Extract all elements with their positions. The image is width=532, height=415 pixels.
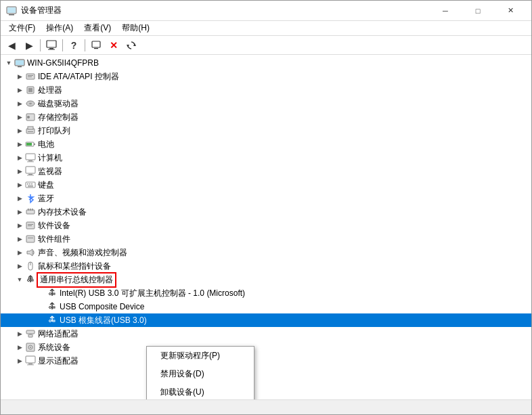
system-expand[interactable]: ▶ [14,342,25,353]
svg-rect-67 [27,365,34,366]
device-tree[interactable]: ▼ WIN-GK5II4QFPRB ▶ IDE ATA/ATAPI 控制器 [1,55,531,399]
context-uninstall[interactable]: 卸载设备(U) [147,383,254,399]
tree-node-battery[interactable]: ▶ 电池 [1,137,531,151]
tree-root[interactable]: ▼ WIN-GK5II4QFPRB [1,56,531,70]
svg-rect-40 [28,209,29,211]
print-label: 打印队列 [38,125,70,137]
display-expand[interactable]: ▶ [14,355,25,366]
svg-marker-48 [27,249,32,256]
svg-rect-44 [28,224,33,225]
svg-rect-60 [26,330,35,334]
menu-help[interactable]: 帮助(H) [116,21,155,35]
computer-expand[interactable]: ▶ [14,152,25,163]
svg-rect-38 [28,185,33,187]
battery-expand[interactable]: ▶ [14,139,25,150]
tree-node-cpu[interactable]: ▶ 处理器 [1,83,531,97]
tree-node-softcomp[interactable]: ▶ 软件组件 [1,232,531,246]
monitor-expand[interactable]: ▶ [14,166,25,177]
statusbar [1,399,531,414]
tree-node-sound[interactable]: ▶ 声音、视频和游戏控制器 [1,246,531,259]
display-icon [25,355,36,366]
help-button[interactable]: ? [66,38,82,53]
svg-rect-35 [27,183,28,185]
back-button[interactable]: ◀ [3,38,20,53]
cpu-expand[interactable]: ▶ [14,85,25,95]
usb-ctrl-icon [25,274,36,285]
computer-button[interactable] [43,38,60,53]
tree-node-keyboard[interactable]: ▶ 键盘 [1,178,531,192]
svg-rect-2 [7,7,16,13]
svg-rect-32 [28,174,32,175]
tree-node-mouse[interactable]: ▶ 鼠标和某些指针设备 [1,259,531,273]
memory-label: 内存技术设备 [38,206,87,218]
disk-expand[interactable]: ▶ [14,98,25,109]
error-button[interactable]: ✕ [106,38,122,53]
svg-rect-27 [26,143,32,146]
toolbar-sep-1 [40,39,41,51]
tree-node-system[interactable]: ▶ 系统设备 [1,341,531,354]
minimize-button[interactable]: ─ [430,1,461,21]
tree-node-display[interactable]: ▶ 显示适配器 [1,354,531,368]
svg-rect-11 [18,66,22,67]
svg-rect-26 [34,144,35,145]
software-expand[interactable]: ▶ [14,220,25,231]
menu-view[interactable]: 查看(V) [79,21,116,35]
tree-node-computer[interactable]: ▶ 计算机 [1,151,531,165]
tree-node-ide[interactable]: ▶ IDE ATA/ATAPI 控制器 [1,70,531,83]
svg-rect-7 [94,48,98,49]
tree-node-intel-usb[interactable]: ▶ Intel(R) USB 3.0 可扩展主机控制器 - 1.0 (Micro… [1,286,531,300]
titlebar: 设备管理器 ─ □ ✕ [1,1,531,21]
usb-ctrl-label: 通用串行总线控制器 [38,274,115,286]
svg-rect-29 [28,160,32,161]
forward-button[interactable]: ▶ [21,38,37,53]
tree-node-usb-ctrl[interactable]: ▼ 通用串行总线控制器 [1,273,531,286]
tree-node-monitor[interactable]: ▶ 监视器 [1,165,531,178]
tree-node-network[interactable]: ▶ 网络适配器 [1,327,531,341]
mouse-expand[interactable]: ▶ [14,261,25,271]
battery-label: 电池 [38,139,54,150]
usb-ctrl-expand[interactable]: ▼ [14,274,25,285]
tree-node-print[interactable]: ▶ 打印队列 [1,124,531,137]
usb-composite-label: USB Composite Device [60,302,144,311]
storage-expand[interactable]: ▶ [14,112,25,123]
tree-node-usb-hub[interactable]: ▶ USB 根集线器(USB 3.0) [1,313,531,327]
usb-hub-icon [47,315,58,326]
refresh-button[interactable] [123,38,139,53]
cpu-label: 处理器 [38,85,62,96]
tree-node-usb-composite[interactable]: ▶ USB Composite Device [1,300,531,313]
maximize-button[interactable]: □ [462,1,493,21]
tree-node-disk[interactable]: ▶ 磁盘驱动器 [1,97,531,110]
memory-expand[interactable]: ▶ [14,206,25,217]
softcomp-expand[interactable]: ▶ [14,234,25,244]
tree-node-storage[interactable]: ▶ 存储控制器 [1,110,531,124]
keyboard-expand[interactable]: ▶ [14,179,25,190]
sound-expand[interactable]: ▶ [14,247,25,258]
mouse-label: 鼠标和某些指针设备 [38,261,111,272]
context-disable[interactable]: 禁用设备(D) [147,365,254,383]
svg-rect-65 [26,356,35,363]
sound-icon [25,247,36,258]
svg-rect-46 [26,236,35,242]
bluetooth-expand[interactable]: ▶ [14,193,25,204]
context-update[interactable]: 更新驱动程序(P) [147,347,254,365]
root-label: WIN-GK5II4QFPRB [27,58,99,68]
root-expand[interactable]: ▼ [3,58,14,68]
intel-usb-icon [47,288,58,299]
print-expand[interactable]: ▶ [14,125,25,136]
network-expand[interactable]: ▶ [14,328,25,339]
svg-rect-12 [16,60,24,65]
menu-file[interactable]: 文件(F) [3,21,41,35]
svg-rect-5 [48,49,55,49]
close-button[interactable]: ✕ [495,1,526,21]
print-icon [25,125,36,136]
ide-expand[interactable]: ▶ [14,71,25,82]
tree-node-software[interactable]: ▶ 软件设备 [1,219,531,232]
svg-rect-31 [26,167,35,173]
svg-rect-52 [31,280,33,281]
tree-node-memory[interactable]: ▶ 内存技术设备 [1,205,531,219]
usb-composite-icon [47,301,58,312]
tree-node-bluetooth[interactable]: ▶ 蓝牙 [1,192,531,205]
monitor-button[interactable] [88,38,104,53]
menu-action[interactable]: 操作(A) [41,21,79,35]
toolbar: ◀ ▶ ? ✕ [1,36,531,55]
